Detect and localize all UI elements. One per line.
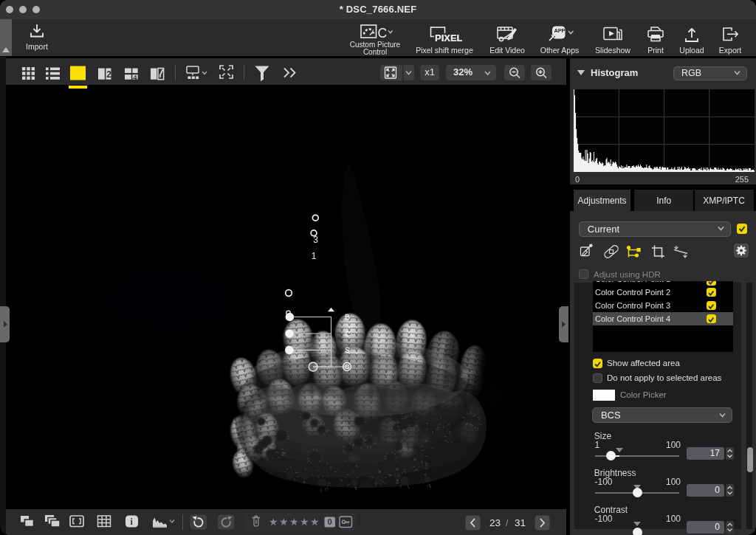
svg-text:2: 2 xyxy=(106,69,111,80)
svg-text:APP: APP xyxy=(554,27,566,34)
svg-text:★: ★ xyxy=(269,516,278,528)
svg-text:S: S xyxy=(345,346,350,355)
svg-text:★: ★ xyxy=(279,516,289,528)
svg-text:3: 3 xyxy=(313,235,318,245)
svg-text:4: 4 xyxy=(133,73,137,81)
svg-text:1: 1 xyxy=(312,251,317,261)
svg-text:★: ★ xyxy=(300,516,309,528)
svg-text:★: ★ xyxy=(310,516,320,528)
svg-text:C: C xyxy=(345,330,351,339)
svg-text:★: ★ xyxy=(289,516,299,528)
svg-text:PIXEL: PIXEL xyxy=(435,32,462,44)
svg-text:B: B xyxy=(345,313,350,322)
svg-text:31: 31 xyxy=(515,517,526,528)
svg-text:0: 0 xyxy=(328,517,332,526)
svg-text:C: C xyxy=(378,26,388,41)
svg-text:/: / xyxy=(506,518,509,528)
svg-text:23: 23 xyxy=(489,517,501,528)
